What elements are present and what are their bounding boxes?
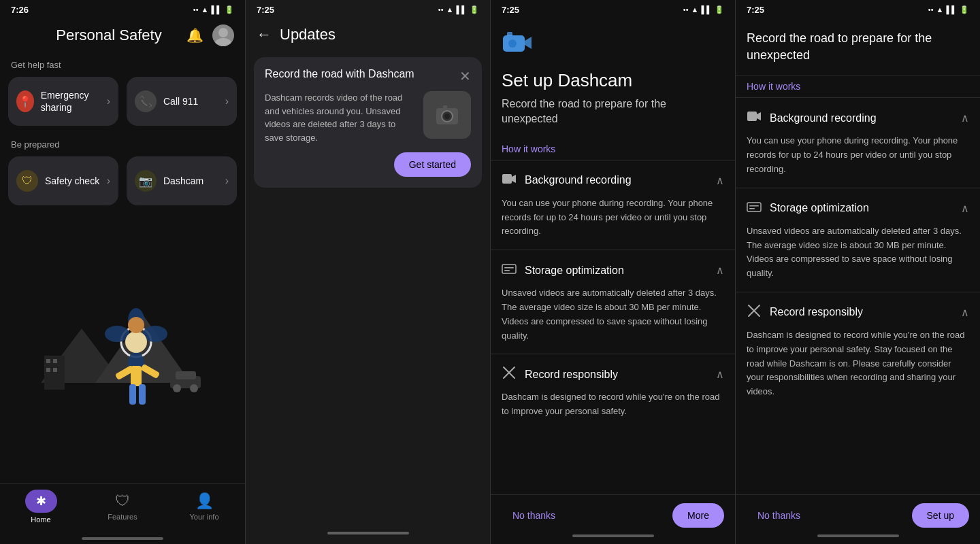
update-card-text: Dashcam records video of the road and ve… <box>265 91 415 144</box>
status-icons-4: •• ▲ ▌▌ 🔋 <box>928 5 969 14</box>
be-prepared-label: Be prepared <box>0 134 245 154</box>
more-button[interactable]: More <box>672 503 724 528</box>
bg-recording-icon-4 <box>747 109 762 127</box>
close-button[interactable]: ✕ <box>459 68 471 84</box>
responsible-expand-4[interactable]: ∧ <box>961 306 969 319</box>
no-thanks-button-4[interactable]: No thanks <box>747 503 811 528</box>
wifi-icon-3: ▲ <box>691 5 699 14</box>
call911-label: Call 911 <box>163 95 198 107</box>
responsible-title: Record responsibly <box>525 369 618 381</box>
storage-expand[interactable]: ∧ <box>716 264 724 277</box>
responsible-icon-4 <box>747 303 762 322</box>
bg-recording-body-4: You can use your phone during recording.… <box>747 134 969 176</box>
how-it-works-link-3[interactable]: How it works <box>502 143 724 154</box>
bg-recording-body: You can use your phone during recording.… <box>502 197 724 239</box>
asterisk-icon: ✱ <box>36 494 46 509</box>
bg-recording-title-4: Background recording <box>770 112 877 124</box>
nav-features[interactable]: 🛡 Features <box>95 492 150 521</box>
status-time-4: 7:25 <box>747 5 764 15</box>
action-row-help: 📍 Emergency sharing › 📞 Call 911 › <box>0 74 245 134</box>
status-time-2: 7:25 <box>257 5 274 15</box>
storage-title-4: Storage optimization <box>770 202 869 214</box>
home-indicator-3 <box>572 534 654 537</box>
storage-expand-4[interactable]: ∧ <box>961 202 969 215</box>
svg-rect-42 <box>747 203 761 211</box>
bg-recording-title: Background recording <box>525 174 632 186</box>
status-bar-4: 7:25 •• ▲ ▌▌ 🔋 <box>736 0 980 19</box>
camera-thumbnail <box>423 91 471 139</box>
status-bar-1: 7:26 •• ▲ ▌▌ 🔋 <box>0 0 245 19</box>
how-it-works-link-4[interactable]: How it works <box>747 81 969 92</box>
setup-button[interactable]: Set up <box>912 503 969 528</box>
home-indicator-4 <box>817 534 899 537</box>
dots-icon-3: •• <box>683 5 689 14</box>
p4-top-section: Record the road to prepare for the unexp… <box>736 19 980 75</box>
svg-point-18 <box>125 331 147 353</box>
svg-rect-35 <box>502 265 516 273</box>
safety-check-card[interactable]: 🛡 Safety check › <box>8 156 118 205</box>
svg-point-0 <box>218 28 228 37</box>
dashcam-icon: 📷 <box>135 170 157 192</box>
panel-personal-safety: 7:26 •• ▲ ▌▌ 🔋 Personal Safety 🔔 Get hel… <box>0 0 245 544</box>
signal-icon-3: ▌▌ <box>701 5 712 14</box>
battery-icon-3: 🔋 <box>715 5 724 14</box>
updates-title: Updates <box>280 26 336 44</box>
safety-check-label: Safety check <box>45 175 99 187</box>
svg-point-12 <box>190 384 198 392</box>
call-911-card[interactable]: 📞 Call 911 › <box>127 77 237 126</box>
bg-recording-expand[interactable]: ∧ <box>716 174 724 187</box>
emergency-icon: 📍 <box>16 90 34 112</box>
feature-responsible-4: Record responsibly ∧ Dashcam is designed… <box>736 292 980 410</box>
svg-rect-6 <box>53 359 57 363</box>
nav-home[interactable]: ✱ Home <box>14 490 68 524</box>
no-thanks-button-3[interactable]: No thanks <box>502 503 566 528</box>
svg-marker-30 <box>525 37 532 49</box>
svg-point-1 <box>215 38 231 46</box>
feature-record-responsibly: Record responsibly ∧ Dashcam is designed… <box>491 354 735 430</box>
phone-icon: 📞 <box>135 90 157 112</box>
feature-storage-optimization: Storage optimization ∧ Unsaved videos ar… <box>491 250 735 354</box>
get-started-button[interactable]: Get started <box>394 152 471 177</box>
bg-recording-expand-4[interactable]: ∧ <box>961 112 969 124</box>
header-icons: 🔔 <box>185 24 234 46</box>
responsible-title-4: Record responsibly <box>770 306 863 318</box>
responsible-icon <box>502 365 517 384</box>
dashcam-chevron: › <box>225 175 229 187</box>
back-button[interactable]: ← <box>257 26 272 44</box>
storage-icon <box>502 261 517 279</box>
nav-your-info[interactable]: 👤 Your info <box>177 492 231 521</box>
safety-check-chevron: › <box>107 175 110 187</box>
svg-rect-32 <box>507 32 512 36</box>
status-time-3: 7:25 <box>502 5 519 15</box>
call911-chevron: › <box>225 95 229 107</box>
home-label: Home <box>31 515 50 524</box>
home-indicator-1 <box>82 537 163 540</box>
panel-setup-dashcam-continued: 7:25 •• ▲ ▌▌ 🔋 Record the road to prepar… <box>735 0 980 544</box>
storage-title: Storage optimization <box>525 265 624 277</box>
storage-body: Unsaved videos are automatically deleted… <box>502 286 724 343</box>
panel-setup-dashcam: 7:25 •• ▲ ▌▌ 🔋 Set up Dashcam Record the… <box>490 0 735 544</box>
dashcam-label: Dashcam <box>163 175 203 187</box>
person-icon: 👤 <box>195 492 214 510</box>
wifi-icon: ▲ <box>201 5 209 14</box>
signal-icon-2: ▌▌ <box>456 5 467 14</box>
emergency-sharing-card[interactable]: 📍 Emergency sharing › <box>8 77 118 126</box>
svg-rect-7 <box>46 368 50 372</box>
action-row-prepared: 🛡 Safety check › 📷 Dashcam › <box>0 154 245 214</box>
svg-rect-28 <box>443 105 447 109</box>
dashcam-card[interactable]: 📷 Dashcam › <box>127 156 237 205</box>
avatar[interactable] <box>212 24 234 46</box>
battery-icon: 🔋 <box>225 5 234 14</box>
bg-recording-icon <box>502 171 517 190</box>
notifications-icon[interactable]: 🔔 <box>185 26 204 45</box>
status-icons-1: •• ▲ ▌▌ 🔋 <box>193 5 234 14</box>
updates-header: ← Updates <box>246 19 490 52</box>
your-info-label: Your info <box>189 513 218 521</box>
status-time-1: 7:26 <box>11 5 29 15</box>
svg-point-19 <box>128 317 144 333</box>
signal-icon: ▌▌ <box>211 5 222 14</box>
svg-rect-8 <box>53 368 57 372</box>
responsible-expand[interactable]: ∧ <box>716 368 724 381</box>
storage-body-4: Unsaved videos are automatically deleted… <box>747 224 969 281</box>
svg-rect-36 <box>504 267 514 269</box>
